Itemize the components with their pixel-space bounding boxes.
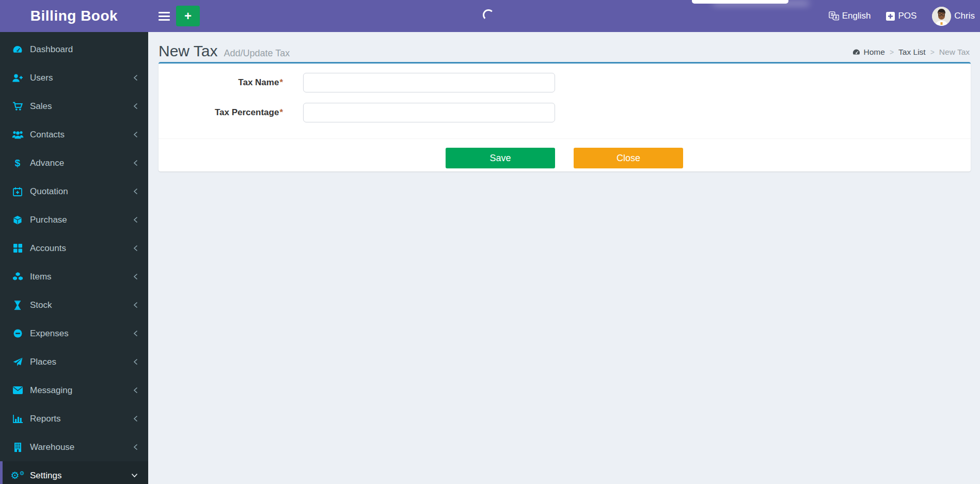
sidebar-item-advance[interactable]: $ Advance — [0, 149, 148, 177]
tax-percentage-input[interactable] — [303, 103, 555, 122]
chevron-left-icon — [133, 444, 138, 450]
breadcrumb-taxlist-link[interactable]: Tax List — [898, 48, 926, 57]
sidebar-item-purchase[interactable]: Purchase — [0, 206, 148, 234]
sidebar-item-accounts[interactable]: Accounts — [0, 234, 148, 262]
chevron-left-icon — [133, 245, 138, 252]
breadcrumb: Home > Tax List > New Tax — [852, 48, 970, 62]
paper-plane-icon — [11, 357, 24, 367]
quick-add-button[interactable]: + — [176, 6, 200, 26]
tax-name-input[interactable] — [303, 73, 555, 92]
chevron-left-icon — [133, 273, 138, 280]
sidebar-item-label: Reports — [30, 414, 133, 424]
browser-artifact — [692, 0, 788, 4]
chevron-left-icon — [133, 415, 138, 422]
sidebar: Dashboard Users Sales Contacts $ Adv — [0, 32, 148, 484]
app-logo[interactable]: Billing Book — [0, 0, 148, 32]
sidebar-item-label: Messaging — [30, 385, 133, 396]
sidebar-item-label: Sales — [30, 101, 133, 112]
form-footer: Save Close — [159, 138, 971, 171]
breadcrumb-home-link[interactable]: Home — [852, 48, 885, 57]
chevron-down-icon — [131, 473, 138, 478]
bar-chart-icon — [11, 415, 24, 423]
sidebar-item-places[interactable]: Places — [0, 348, 148, 376]
sidebar-item-label: Contacts — [30, 130, 133, 140]
chevron-left-icon — [133, 74, 138, 81]
chevron-left-icon — [133, 131, 138, 138]
breadcrumb-current: New Tax — [939, 48, 970, 57]
dollar-icon: $ — [11, 158, 24, 169]
language-icon — [829, 11, 839, 21]
cubes-icon — [11, 272, 24, 281]
chevron-left-icon — [133, 103, 138, 110]
dashboard-icon — [852, 49, 861, 56]
building-icon — [11, 443, 24, 452]
chevron-left-icon — [133, 216, 138, 223]
pos-button[interactable]: POS — [885, 9, 918, 23]
sidebar-item-label: Dashboard — [30, 44, 138, 55]
chevron-left-icon — [133, 160, 138, 166]
minus-circle-icon — [11, 329, 24, 338]
main-content: New Tax Add/Update Tax Home > Tax List >… — [148, 32, 980, 484]
sidebar-item-label: Accounts — [30, 243, 133, 254]
pos-label: POS — [898, 11, 916, 21]
gears-icon: ⚙⚙ — [11, 471, 24, 480]
chevron-left-icon — [133, 188, 138, 195]
sidebar-item-dashboard[interactable]: Dashboard — [0, 35, 148, 64]
sidebar-item-sales[interactable]: Sales — [0, 92, 148, 120]
sidebar-toggle-button[interactable] — [155, 6, 173, 26]
sidebar-item-label: Items — [30, 272, 133, 282]
user-name: Chris — [954, 11, 975, 21]
breadcrumb-separator: > — [890, 48, 894, 56]
language-label: English — [842, 11, 871, 21]
chevron-left-icon — [133, 387, 138, 394]
sidebar-item-label: Places — [30, 357, 133, 367]
sidebar-item-label: Advance — [30, 158, 133, 168]
users-icon — [11, 130, 24, 139]
tax-form-card: Tax Name* Tax Percentage* Save Close — [159, 62, 971, 171]
sidebar-item-items[interactable]: Items — [0, 262, 148, 291]
loading-spinner-icon — [483, 9, 494, 21]
hourglass-icon — [11, 301, 24, 310]
sidebar-item-label: Expenses — [30, 329, 133, 339]
sidebar-item-quotation[interactable]: Quotation — [0, 177, 148, 206]
close-button[interactable]: Close — [574, 148, 683, 168]
tax-percentage-label: Tax Percentage* — [167, 103, 283, 122]
language-menu[interactable]: English — [828, 9, 872, 23]
cube-icon — [11, 215, 24, 225]
sidebar-item-expenses[interactable]: Expenses — [0, 319, 148, 348]
page-title: New Tax — [159, 42, 218, 60]
user-menu[interactable]: Chris — [931, 5, 976, 28]
breadcrumb-separator: > — [930, 48, 935, 56]
sidebar-item-label: Stock — [30, 300, 133, 310]
sidebar-item-label: Warehouse — [30, 442, 133, 452]
sidebar-item-stock[interactable]: Stock — [0, 291, 148, 319]
page-subtitle: Add/Update Tax — [224, 48, 290, 59]
sidebar-item-settings[interactable]: ⚙⚙ Settings — [0, 461, 148, 484]
sidebar-item-label: Users — [30, 73, 133, 83]
sidebar-item-messaging[interactable]: Messaging — [0, 376, 148, 404]
sidebar-item-contacts[interactable]: Contacts — [0, 120, 148, 149]
sidebar-item-label: Quotation — [30, 186, 133, 197]
sidebar-item-label: Purchase — [30, 215, 133, 225]
sidebar-item-label: Settings — [30, 471, 131, 481]
cart-icon — [11, 102, 24, 111]
save-button[interactable]: Save — [446, 148, 555, 168]
dashboard-icon — [11, 45, 24, 54]
avatar — [932, 7, 951, 26]
sidebar-item-warehouse[interactable]: Warehouse — [0, 433, 148, 461]
chevron-left-icon — [133, 302, 138, 308]
tax-name-label: Tax Name* — [167, 73, 283, 92]
chevron-left-icon — [133, 358, 138, 365]
sidebar-item-users[interactable]: Users — [0, 64, 148, 92]
top-navbar: Billing Book + English POS — [0, 0, 980, 32]
sidebar-item-reports[interactable]: Reports — [0, 404, 148, 433]
content-header: New Tax Add/Update Tax Home > Tax List >… — [148, 32, 980, 62]
required-marker: * — [279, 107, 283, 117]
grid-icon — [11, 244, 24, 253]
required-marker: * — [279, 77, 283, 87]
envelope-icon — [11, 386, 24, 394]
chevron-left-icon — [133, 330, 138, 337]
calendar-plus-icon — [11, 187, 24, 196]
user-plus-icon — [11, 73, 24, 83]
plus-square-icon — [886, 12, 895, 21]
